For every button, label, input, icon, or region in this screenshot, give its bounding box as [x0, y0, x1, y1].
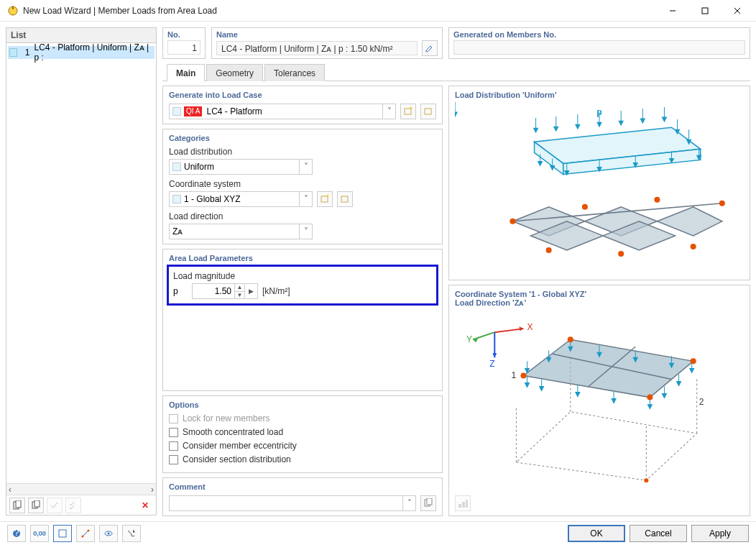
close-button[interactable]	[721, 0, 753, 22]
svg-point-42	[618, 251, 624, 257]
app-icon	[7, 5, 19, 17]
ok-button[interactable]: OK	[568, 525, 625, 542]
tab-tolerances[interactable]: Tolerances	[264, 64, 325, 81]
name-panel: Name LC4 - Platform | Uniform | Zᴀ | p :…	[211, 27, 443, 59]
svg-rect-78	[462, 502, 465, 508]
coordinate-system-combo[interactable]: 1 - Global XYZ ˅	[169, 191, 313, 207]
uniform-load-diagram: p	[455, 102, 744, 275]
edit-name-button[interactable]	[422, 40, 438, 56]
new-load-case-button[interactable]	[400, 104, 416, 119]
categories-title: Categories	[169, 134, 436, 142]
tab-geometry[interactable]: Geometry	[206, 64, 263, 81]
load-distribution-label: Load distribution	[169, 147, 436, 157]
svg-point-39	[654, 197, 660, 203]
svg-rect-3	[702, 8, 708, 14]
svg-point-11	[410, 107, 412, 109]
scrollbar-horizontal[interactable]: ‹›	[6, 483, 156, 495]
svg-point-87	[108, 532, 110, 534]
comment-title: Comment	[169, 482, 436, 491]
option-lock: Lock for new members	[169, 413, 436, 423]
delete-button[interactable]: ✕	[137, 498, 153, 513]
options-title: Options	[169, 400, 436, 409]
generated-members-field	[453, 40, 745, 55]
svg-rect-7	[16, 500, 21, 508]
new-button[interactable]	[9, 498, 25, 513]
svg-rect-10	[405, 109, 411, 114]
number-value[interactable]: 1	[167, 40, 200, 55]
svg-text:Y: Y	[466, 334, 472, 344]
slider-button[interactable]: ▶	[245, 283, 258, 299]
option-eccentricity[interactable]: Consider member eccentricity	[169, 441, 436, 451]
help-button[interactable]: ?	[7, 525, 26, 542]
load-distribution-combo[interactable]: Uniform ˅	[169, 159, 313, 175]
view-iso-button[interactable]	[99, 525, 118, 542]
option-smooth[interactable]: Smooth concentrated load	[169, 427, 436, 437]
svg-point-43	[691, 244, 696, 249]
number-label: No.	[167, 30, 200, 39]
chevron-down-icon: ˅	[299, 191, 312, 207]
cs-library-button[interactable]	[337, 191, 353, 207]
titlebar: New Load Wizard | Member Loads from Area…	[0, 0, 756, 22]
coordinate-system-illustration: Coordinate System '1 - Global XYZ' Load …	[448, 285, 750, 516]
qia-badge: QI A	[184, 106, 202, 116]
svg-point-14	[327, 195, 329, 197]
sidebar-header: List	[6, 28, 156, 43]
load-case-library-button[interactable]	[420, 104, 436, 119]
comment-library-button[interactable]	[420, 495, 436, 511]
svg-point-38	[582, 204, 588, 210]
sidebar-tree[interactable]: 1 LC4 - Platform | Uniform | Zᴀ | p :	[6, 43, 156, 483]
area-load-parameters-section: Area Load Parameters Load magnitude p ▲▼…	[162, 249, 443, 391]
svg-point-72	[691, 359, 696, 365]
check-button[interactable]	[47, 498, 63, 513]
magnitude-value[interactable]	[192, 283, 235, 299]
list-item[interactable]: 1 LC4 - Platform | Uniform | Zᴀ | p :	[8, 46, 155, 59]
svg-line-46	[473, 332, 494, 339]
chevron-down-icon: ˅	[382, 104, 395, 119]
spin-down-icon[interactable]: ▼	[235, 292, 244, 299]
svg-text:?: ?	[14, 528, 19, 538]
coordinate-system-label: Coordinate system	[169, 179, 436, 189]
load-case-combo[interactable]: QI ALC4 - Platform ˅	[169, 104, 396, 119]
magnitude-input[interactable]: ▲▼ ▶	[192, 283, 258, 299]
view-members-button[interactable]	[76, 525, 95, 542]
apply-button[interactable]: Apply	[691, 525, 749, 542]
magnitude-unit: [kN/m²]	[262, 286, 290, 296]
minimize-button[interactable]	[656, 0, 688, 22]
svg-text:1: 1	[511, 371, 516, 381]
sidebar: List 1 LC4 - Platform | Uniform | Zᴀ | p…	[6, 27, 157, 515]
new-cs-button[interactable]	[317, 191, 333, 207]
option-section-dist[interactable]: Consider section distribution	[169, 454, 436, 464]
tab-main[interactable]: Main	[167, 64, 205, 81]
list-item-number: 1	[20, 47, 29, 58]
list-item-label: LC4 - Platform | Uniform | Zᴀ | p :	[34, 43, 153, 63]
svg-point-40	[719, 201, 725, 206]
svg-rect-82	[59, 530, 66, 537]
generated-members-label: Generated on Members No.	[453, 30, 745, 39]
copy-button[interactable]	[28, 498, 44, 513]
name-field[interactable]: LC4 - Platform | Uniform | Zᴀ | p : 1.50…	[216, 41, 418, 55]
units-button[interactable]: 0,00	[30, 525, 49, 542]
window-title: New Load Wizard | Member Loads from Area…	[23, 6, 656, 16]
script-button[interactable]	[122, 525, 141, 542]
comment-combo[interactable]: ˅	[169, 495, 416, 511]
svg-rect-13	[321, 196, 328, 202]
maximize-button[interactable]	[688, 0, 721, 22]
view-button[interactable]	[53, 525, 72, 542]
generated-members-panel: Generated on Members No.	[448, 27, 750, 59]
svg-point-37	[510, 219, 515, 224]
cs-settings-button[interactable]	[455, 495, 471, 511]
area-load-parameters-title: Area Load Parameters	[169, 254, 436, 262]
svg-point-84	[82, 535, 84, 537]
footer: ? 0,00 OK Cancel Apply	[0, 521, 756, 544]
cancel-button[interactable]: Cancel	[630, 525, 687, 542]
svg-point-71	[568, 336, 573, 342]
spin-up-icon[interactable]: ▲	[235, 284, 244, 292]
load-distribution-value: Uniform	[184, 162, 214, 172]
svg-text:Z: Z	[489, 359, 494, 370]
color-swatch	[9, 48, 17, 57]
chevron-down-icon: ˅	[299, 159, 312, 175]
load-direction-combo[interactable]: Zᴀ ˅	[169, 224, 313, 239]
svg-rect-9	[34, 500, 40, 507]
options-section: Options Lock for new members Smooth conc…	[162, 395, 443, 473]
check-all-button[interactable]	[65, 498, 81, 513]
